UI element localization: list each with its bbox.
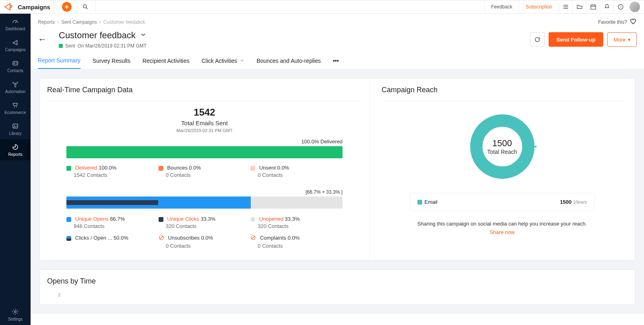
svg-rect-5 xyxy=(591,5,596,9)
svg-point-18 xyxy=(17,82,18,83)
sidenav-label: Ecommerce xyxy=(4,110,26,115)
sidenav-item-automation[interactable]: Automation xyxy=(0,77,31,97)
realtime-title: Real-Time Campaign Data xyxy=(47,86,362,101)
sidenav-item-settings[interactable]: Settings xyxy=(0,304,31,325)
sidenav-label: Settings xyxy=(8,317,23,321)
tab-click-activities[interactable]: Click Activities xyxy=(202,53,245,69)
calendar-icon[interactable] xyxy=(586,0,600,14)
svg-point-4 xyxy=(563,8,564,8)
sidenav-item-ecommerce[interactable]: Ecommerce xyxy=(0,97,31,118)
sidenav: Dashboard Campaigns Contacts Automation … xyxy=(0,14,31,325)
sidenav-item-library[interactable]: Library xyxy=(0,118,31,139)
heart-icon[interactable] xyxy=(630,18,637,26)
bounces-sub: 0 Contacts xyxy=(166,172,251,178)
total-emails-num: 1542 xyxy=(47,107,362,118)
square-icon xyxy=(66,166,71,171)
feedback-link[interactable]: Feedback xyxy=(484,0,519,13)
svg-line-28 xyxy=(252,236,255,239)
bell-icon[interactable] xyxy=(600,0,613,14)
svg-point-23 xyxy=(14,125,15,126)
square-icon xyxy=(159,166,163,171)
share-now-link[interactable]: Share now xyxy=(382,229,623,235)
breadcrumb-sent-campaigns[interactable]: Sent Campaigns xyxy=(61,19,97,25)
y-axis-tick: 2 xyxy=(58,293,627,297)
unopened-pct: 33.3% xyxy=(285,216,300,222)
engagement-bar xyxy=(66,197,343,209)
help-icon[interactable]: ? xyxy=(613,0,627,14)
chevron-down-icon[interactable] xyxy=(140,30,147,41)
reach-legend-label: Email xyxy=(425,199,438,205)
svg-point-16 xyxy=(14,83,17,85)
sidenav-label: Contacts xyxy=(7,68,23,73)
sidenav-label: Reports xyxy=(8,152,22,157)
caret-down-icon: ▾ xyxy=(628,37,631,43)
main: Reports › Sent Campaigns › Customer feed… xyxy=(31,14,644,325)
more-button[interactable]: More▾ xyxy=(607,32,637,47)
svg-point-20 xyxy=(14,106,15,107)
sidenav-item-reports[interactable]: Reports xyxy=(0,139,31,160)
unopened-link[interactable]: Unopened xyxy=(259,216,283,222)
delivered-sub: 1542 Contacts xyxy=(74,172,159,178)
engagement-pct-label: [66.7% + 33.3% ] xyxy=(66,189,343,195)
unsubscribes-label: Unsubscribes xyxy=(168,235,200,241)
svg-point-0 xyxy=(83,5,87,8)
square-icon xyxy=(159,217,163,222)
tab-bounces-autoreplies[interactable]: Bounces and Auto-replies xyxy=(256,53,321,69)
square-icon xyxy=(417,200,422,205)
megaphone-icon xyxy=(2,1,14,13)
unsent-sub: 0 Contacts xyxy=(258,172,343,178)
folder-icon[interactable] xyxy=(572,0,586,14)
breadcrumb-reports[interactable]: Reports xyxy=(38,19,55,25)
unsubscribes-pct: 0.0% xyxy=(201,235,213,241)
more-tabs-button[interactable]: ••• xyxy=(333,53,345,69)
unique-clicks-link[interactable]: Unique Clicks xyxy=(167,216,199,222)
unsubscribes-sub: 0 Contacts xyxy=(166,243,251,249)
status-detail: On Mar/26/2019 02:31 PM GMT xyxy=(78,43,147,49)
tab-recipient-activities[interactable]: Recipient Activities xyxy=(142,53,190,69)
svg-text:?: ? xyxy=(619,5,621,9)
svg-line-11 xyxy=(15,21,17,23)
square-icon xyxy=(250,166,255,171)
tab-report-summary[interactable]: Report Summary xyxy=(38,53,80,69)
sidenav-item-contacts[interactable]: Contacts xyxy=(0,56,31,77)
tab-survey-results[interactable]: Survey Results xyxy=(93,53,130,69)
bounces-pct: 0.0% xyxy=(189,165,201,171)
unsent-label: Unsent xyxy=(259,165,276,171)
ratio-icon xyxy=(66,236,71,241)
svg-line-1 xyxy=(86,8,87,9)
reach-num: 1500 xyxy=(487,138,517,149)
subscription-link[interactable]: Subscription xyxy=(519,0,559,13)
svg-point-3 xyxy=(563,6,564,7)
more-label: More xyxy=(613,37,625,43)
circle-icon xyxy=(250,217,255,222)
svg-point-13 xyxy=(14,62,15,64)
unique-opens-link[interactable]: Unique Opens xyxy=(75,216,109,222)
page-title: Customer feedback xyxy=(59,30,136,41)
topbar: Campaigns + Feedback Subscription ? xyxy=(0,0,644,14)
refresh-button[interactable] xyxy=(530,32,545,47)
svg-point-17 xyxy=(12,82,14,83)
svg-line-26 xyxy=(160,236,163,239)
sidenav-item-dashboard[interactable]: Dashboard xyxy=(0,14,31,35)
breadcrumb-current: Customer feedabck xyxy=(103,19,145,25)
unique-clicks-sub: 320 Contacts xyxy=(166,223,251,229)
list-icon[interactable] xyxy=(559,0,572,14)
add-button[interactable]: + xyxy=(62,2,72,12)
sidenav-label: Automation xyxy=(5,89,26,94)
opens-title: Opens by Time xyxy=(47,277,627,286)
avatar[interactable] xyxy=(630,2,640,12)
send-followup-button[interactable]: Send Follow-up xyxy=(549,32,604,47)
sidenav-item-campaigns[interactable]: Campaigns xyxy=(0,35,31,56)
unique-opens-sub: 948 Contacts xyxy=(74,223,159,229)
svg-point-2 xyxy=(563,5,564,5)
delivered-link[interactable]: Delivered xyxy=(75,165,97,171)
complaints-sub: 0 Contacts xyxy=(258,243,343,249)
status-chip xyxy=(59,44,63,48)
reach-label: Total Reach xyxy=(487,149,517,155)
svg-point-24 xyxy=(14,311,17,313)
back-button[interactable]: ← xyxy=(38,34,47,45)
svg-point-21 xyxy=(16,106,17,107)
svg-point-19 xyxy=(15,86,16,87)
search-icon[interactable] xyxy=(78,0,92,14)
sidenav-label: Campaigns xyxy=(5,48,26,52)
